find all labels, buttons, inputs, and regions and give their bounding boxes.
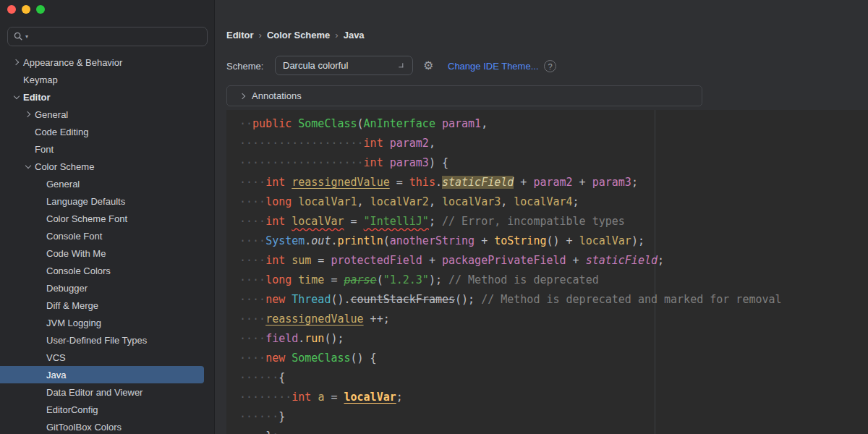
zoom-window-button[interactable] bbox=[36, 5, 45, 14]
code-line: ··public SomeClass(AnInterface param1, bbox=[239, 114, 868, 134]
code-token: localVar2 bbox=[370, 195, 429, 208]
sidebar-item-label: Console Font bbox=[46, 231, 102, 242]
sidebar-item-diff-merge[interactable]: Diff & Merge bbox=[0, 297, 204, 314]
sidebar-item-label: Data Editor and Viewer bbox=[46, 387, 142, 398]
code-token: anotherString bbox=[390, 234, 475, 247]
code-token: ( bbox=[383, 234, 390, 247]
code-token: staticField bbox=[586, 254, 658, 267]
code-line: ···················int param2, bbox=[239, 134, 868, 153]
code-token: time bbox=[298, 273, 324, 286]
code-token: localVar1 bbox=[298, 195, 357, 208]
sidebar-item-label: Console Colors bbox=[46, 265, 111, 276]
sidebar-item-label: VCS bbox=[46, 352, 66, 363]
chevron-right-icon[interactable] bbox=[22, 112, 35, 116]
sidebar-item-user-defined-file-types[interactable]: User-Defined File Types bbox=[0, 331, 204, 349]
code-token: new bbox=[265, 352, 292, 365]
sidebar-item-font[interactable]: Font bbox=[0, 140, 204, 158]
breadcrumb-item[interactable]: Java bbox=[344, 30, 365, 41]
search-input[interactable] bbox=[30, 30, 201, 43]
code-token: (). bbox=[331, 293, 350, 306]
code-token: ···· bbox=[239, 293, 265, 306]
section-annotations[interactable]: Annotations bbox=[226, 85, 702, 106]
sidebar-item-data-editor-and-viewer[interactable]: Data Editor and Viewer bbox=[0, 383, 204, 401]
change-ide-theme-link[interactable]: Change IDE Theme... bbox=[448, 61, 539, 72]
sidebar-item-code-with-me[interactable]: Code With Me bbox=[0, 244, 204, 262]
code-token: , bbox=[429, 137, 435, 150]
code-token: { bbox=[278, 371, 285, 384]
code-token: ; bbox=[573, 195, 579, 208]
code-token: () { bbox=[351, 352, 377, 365]
sidebar-item-debugger[interactable]: Debugger bbox=[0, 279, 204, 297]
code-token: SomeClass bbox=[292, 352, 350, 365]
scheme-select[interactable]: Darcula colorful bbox=[275, 56, 413, 75]
sidebar-item-jvm-logging[interactable]: JVM Logging bbox=[0, 314, 204, 331]
code-line: ····field.run(); bbox=[239, 329, 868, 349]
code-token: = bbox=[324, 391, 344, 404]
sidebar-item-editor[interactable]: Editor bbox=[0, 88, 204, 106]
code-token: reassignedValue bbox=[265, 312, 363, 326]
sidebar-item-color-scheme-font[interactable]: Color Scheme Font bbox=[0, 210, 204, 227]
code-token: toString bbox=[494, 234, 546, 247]
sidebar-item-editorconfig[interactable]: EditorConfig bbox=[0, 401, 204, 418]
code-token: . bbox=[305, 234, 311, 247]
sidebar-item-java[interactable]: Java bbox=[0, 366, 204, 383]
minimize-window-button[interactable] bbox=[22, 5, 30, 14]
chevron-right-icon[interactable] bbox=[10, 60, 23, 64]
scheme-gear-icon[interactable]: ⚙ bbox=[423, 59, 433, 72]
code-token: ···· bbox=[239, 352, 265, 365]
code-preview: ··public SomeClass(AnInterface param1,··… bbox=[226, 110, 868, 434]
sidebar-item-gittoolbox-colors[interactable]: GitToolBox Colors bbox=[0, 418, 204, 434]
sidebar-item-vcs[interactable]: VCS bbox=[0, 349, 204, 366]
sidebar-item-color-scheme[interactable]: Color Scheme bbox=[0, 158, 204, 175]
code-token: . bbox=[298, 332, 305, 345]
breadcrumb-item[interactable]: Color Scheme bbox=[267, 30, 330, 41]
code-preview-area[interactable]: ··public SomeClass(AnInterface param1,··… bbox=[226, 110, 868, 434]
code-token: int bbox=[364, 137, 390, 150]
breadcrumb: Editor›Color Scheme›Java bbox=[226, 30, 365, 41]
sidebar-item-code-editing[interactable]: Code Editing bbox=[0, 123, 204, 140]
chevron-down-icon[interactable] bbox=[22, 165, 35, 168]
code-token: ······ bbox=[239, 371, 278, 384]
code-line: ····}; bbox=[239, 427, 868, 434]
breadcrumb-item[interactable]: Editor bbox=[226, 30, 254, 41]
code-token: ···· bbox=[239, 254, 265, 267]
code-token: SomeClass bbox=[298, 117, 357, 130]
code-token: ; bbox=[396, 391, 403, 404]
help-icon[interactable]: ? bbox=[544, 60, 556, 72]
code-line: ····int reassignedValue = this.staticFie… bbox=[239, 173, 868, 192]
sidebar-item-language-defaults[interactable]: Language Defaults bbox=[0, 192, 204, 210]
code-token: + bbox=[422, 254, 442, 267]
close-window-button[interactable] bbox=[7, 5, 16, 14]
code-token: ); bbox=[631, 234, 644, 247]
settings-search-field[interactable]: ▾ bbox=[7, 27, 208, 46]
code-token: int bbox=[265, 215, 292, 228]
code-line: ····reassignedValue ++; bbox=[239, 310, 868, 329]
sidebar-item-console-colors[interactable]: Console Colors bbox=[0, 262, 204, 279]
code-token: localVar3 bbox=[442, 195, 501, 208]
sidebar-item-general[interactable]: General bbox=[0, 175, 204, 192]
sidebar-item-general[interactable]: General bbox=[0, 106, 204, 123]
code-token: // Method is deprecated bbox=[448, 273, 599, 286]
code-token: "1.2.3" bbox=[383, 273, 429, 286]
sidebar-item-console-font[interactable]: Console Font bbox=[0, 227, 204, 244]
code-line: ····long localVar1, localVar2, localVar3… bbox=[239, 192, 868, 212]
code-token: ···· bbox=[239, 273, 265, 286]
sidebar-item-keymap[interactable]: Keymap bbox=[0, 71, 204, 88]
search-history-chevron-icon[interactable]: ▾ bbox=[25, 34, 28, 40]
code-token: ···· bbox=[239, 430, 265, 434]
sidebar-item-label: User-Defined File Types bbox=[46, 335, 147, 346]
sidebar-item-appearance-behavior[interactable]: Appearance & Behavior bbox=[0, 54, 204, 71]
scheme-selected-value: Darcula colorful bbox=[283, 60, 398, 71]
code-line: ····int sum = protectedField + packagePr… bbox=[239, 251, 868, 271]
sidebar-item-label: Debugger bbox=[46, 283, 88, 294]
code-token: localVar bbox=[292, 215, 344, 228]
code-token: ); bbox=[429, 273, 448, 286]
code-token: ······ bbox=[239, 410, 278, 423]
code-token: , bbox=[357, 195, 370, 208]
code-token: int bbox=[265, 254, 292, 267]
code-token: (); bbox=[324, 332, 344, 345]
code-token: ( bbox=[377, 273, 383, 286]
code-line: ···················int param3) { bbox=[239, 153, 868, 173]
sidebar-item-label: Font bbox=[35, 144, 54, 155]
chevron-down-icon[interactable] bbox=[10, 95, 23, 98]
